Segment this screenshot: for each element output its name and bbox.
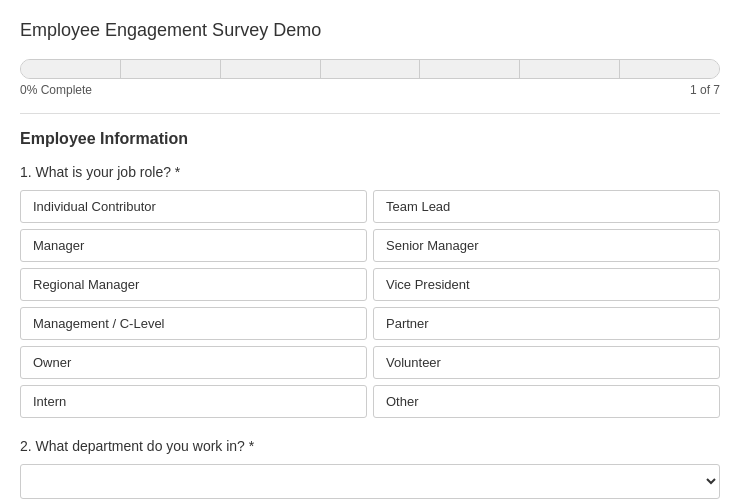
question1-block: 1. What is your job role? * Individual C… <box>20 164 720 418</box>
option-volunteer[interactable]: Volunteer <box>373 346 720 379</box>
option-team-lead[interactable]: Team Lead <box>373 190 720 223</box>
option-senior-manager[interactable]: Senior Manager <box>373 229 720 262</box>
progress-segment-5 <box>420 60 520 78</box>
question1-options-grid: Individual Contributor Team Lead Manager… <box>20 190 720 418</box>
question2-block: 2. What department do you work in? * <box>20 438 720 499</box>
section-title: Employee Information <box>20 130 720 148</box>
progress-bar <box>20 59 720 79</box>
option-vice-president[interactable]: Vice President <box>373 268 720 301</box>
question1-label: 1. What is your job role? * <box>20 164 720 180</box>
progress-segment-6 <box>520 60 620 78</box>
option-management-c-level[interactable]: Management / C-Level <box>20 307 367 340</box>
option-intern[interactable]: Intern <box>20 385 367 418</box>
department-select[interactable] <box>20 464 720 499</box>
option-regional-manager[interactable]: Regional Manager <box>20 268 367 301</box>
option-manager[interactable]: Manager <box>20 229 367 262</box>
question2-dropdown-container <box>20 464 720 499</box>
progress-segment-2 <box>121 60 221 78</box>
divider <box>20 113 720 114</box>
progress-labels: 0% Complete 1 of 7 <box>20 83 720 97</box>
progress-segment-7 <box>620 60 719 78</box>
section-employee-info: Employee Information 1. What is your job… <box>20 130 720 500</box>
option-partner[interactable]: Partner <box>373 307 720 340</box>
progress-container: 0% Complete 1 of 7 <box>20 59 720 97</box>
progress-segment-3 <box>221 60 321 78</box>
progress-percent-label: 0% Complete <box>20 83 92 97</box>
progress-segment-1 <box>21 60 121 78</box>
progress-page-label: 1 of 7 <box>690 83 720 97</box>
option-owner[interactable]: Owner <box>20 346 367 379</box>
question2-label: 2. What department do you work in? * <box>20 438 720 454</box>
option-other[interactable]: Other <box>373 385 720 418</box>
page-title: Employee Engagement Survey Demo <box>20 20 720 41</box>
option-individual-contributor[interactable]: Individual Contributor <box>20 190 367 223</box>
progress-segment-4 <box>321 60 421 78</box>
